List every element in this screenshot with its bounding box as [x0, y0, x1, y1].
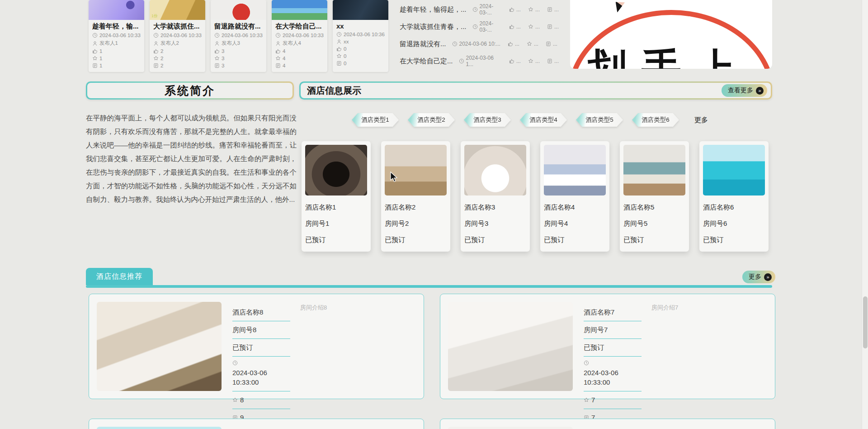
meta-row: 0 — [336, 53, 385, 59]
news-list-row[interactable]: 大学就该抓住青春，... 2024-03-... ... ... ... — [400, 18, 559, 35]
hotel-card[interactable]: 酒店名称5 房间号5 已预订 — [620, 141, 689, 252]
news-card[interactable]: 1份 大学就该抓住... 2024-03-06 10:33发布人2222 — [150, 0, 205, 72]
hotel-type-tab[interactable]: 酒店类型6 — [632, 113, 679, 127]
hotel-status: 已预订 — [232, 339, 290, 357]
document-icon — [547, 7, 552, 12]
hotel-date: 2024-03-06 10:33:00 — [584, 357, 642, 391]
hotel-name: 酒店名称8 — [232, 304, 290, 321]
scrollbar-thumb[interactable] — [863, 296, 868, 348]
recommend-card-grid: 酒店名称8 房间号8 已预订 2024-03-06 10:33:00 8 9 房… — [89, 294, 776, 429]
clock-icon — [459, 58, 464, 64]
hotel-room: 房间号3 — [464, 219, 526, 228]
hotel-status: 已预订 — [305, 236, 367, 244]
image-tag: 1份 — [151, 13, 158, 19]
hotel-card[interactable]: 酒店名称4 房间号4 已预订 — [540, 141, 609, 252]
document-icon — [214, 63, 220, 68]
banner-big-text: 划手上 — [587, 42, 750, 69]
news-list-row[interactable]: 趁着年轻，输得起，... 2024-03-... ... ... ... — [400, 1, 559, 18]
recommend-card[interactable]: 酒店名称8 房间号8 已预订 2024-03-06 10:33:00 8 9 房… — [89, 294, 424, 399]
recommend-more-button[interactable]: 更多 » — [742, 271, 775, 283]
hotel-name: 酒店名称2 — [385, 203, 447, 212]
meta-row: 4 — [275, 63, 324, 68]
star-icon — [336, 53, 342, 59]
meta-row: 1 — [92, 56, 141, 61]
meta-row: 0 — [336, 61, 385, 66]
page-scrollbar[interactable] — [862, 0, 868, 429]
room-intro-label: 房间介绍7 — [651, 304, 678, 391]
hotel-status: 已预订 — [385, 236, 447, 244]
view-more-button[interactable]: 查看更多 » — [722, 84, 767, 97]
recommend-card[interactable]: 酒店名称5 房间介绍5 — [440, 419, 775, 429]
user-icon — [275, 41, 281, 46]
news-card-image — [272, 0, 327, 20]
news-card[interactable]: 在大学给自己... 2024-03-06 10:33发布人4444 — [272, 0, 327, 72]
hotel-type-tab[interactable]: 酒店类型5 — [576, 113, 623, 127]
recommend-card[interactable]: 酒店名称6 房间介绍6 — [89, 419, 424, 429]
recommend-underline-bar — [86, 285, 772, 288]
clock-icon — [584, 360, 589, 366]
news-card-title[interactable]: 留退路就没有... — [214, 22, 263, 31]
news-list-row[interactable]: 留退路就没有... 2024-03-06 10:... ... ... ... — [400, 35, 559, 52]
thumbs-up-icon — [508, 41, 513, 47]
meta-row: 2024-03-06 10:33 — [214, 33, 263, 38]
star-icon — [528, 24, 533, 29]
document-icon — [336, 61, 342, 66]
meta-row: 2024-03-06 10:33 — [153, 33, 202, 38]
meta-row: 2 — [153, 56, 202, 61]
news-card[interactable]: 趁着年轻，输... 2024-03-06 10:33发布人1111 — [89, 0, 144, 72]
document-icon — [546, 41, 551, 47]
clock-icon — [452, 41, 458, 47]
thumbs-up-icon — [92, 48, 98, 54]
news-list-title[interactable]: 趁着年轻，输得起，... — [400, 5, 467, 14]
document-icon — [153, 63, 159, 68]
star-icon — [214, 56, 220, 61]
hotel-room: 房间号4 — [544, 219, 606, 228]
hotel-showcase-title: 酒店信息展示 — [307, 85, 361, 97]
news-card[interactable]: 留退路就没有... 2024-03-06 10:33发布人3333 — [211, 0, 266, 72]
hotel-type-tabs: 酒店类型1 酒店类型2 酒店类型3 酒店类型4 酒店类型5 酒店类型6更多 — [352, 113, 708, 127]
recommend-card-image — [97, 302, 222, 391]
tab-more[interactable]: 更多 — [694, 116, 708, 124]
thumbs-up-icon — [509, 58, 514, 64]
hotel-type-tab[interactable]: 酒店类型4 — [520, 113, 567, 127]
meta-row: 1 — [92, 63, 141, 68]
news-list-title[interactable]: 大学就该抓住青春，... — [400, 23, 467, 31]
recommend-section-tab[interactable]: 酒店信息推荐 — [86, 268, 153, 285]
news-card-title[interactable]: 趁着年轻，输... — [92, 22, 141, 31]
recommend-card-details: 酒店名称8 房间号8 已预订 2024-03-06 10:33:00 8 9 — [232, 304, 290, 391]
news-card-title[interactable]: xx — [336, 22, 385, 30]
room-intro-label: 房间介绍8 — [300, 304, 327, 391]
meta-row: 4 — [275, 56, 324, 61]
news-card-title[interactable]: 在大学给自己... — [275, 22, 324, 31]
news-card-title[interactable]: 大学就该抓住... — [153, 22, 202, 31]
hotel-card[interactable]: 酒店名称6 房间号6 已预订 — [699, 141, 769, 252]
promo-banner[interactable]: 划手上 — [570, 0, 772, 69]
hotel-type-tab[interactable]: 酒店类型1 — [352, 113, 399, 127]
star-icon — [92, 56, 98, 61]
meta-row: 2024-03-06 10:36 — [336, 32, 385, 37]
news-list-title[interactable]: 在大学给自己定... — [400, 57, 453, 66]
hotel-card[interactable]: 酒店名称2 房间号2 已预订 — [381, 141, 450, 252]
hotel-status: 已预订 — [623, 236, 685, 244]
meta-row: 2 — [153, 48, 202, 54]
news-card-image — [211, 0, 266, 20]
thumbs-up-icon — [336, 46, 342, 52]
star-icon — [527, 41, 532, 47]
clock-icon — [153, 33, 159, 38]
hotel-name: 酒店名称1 — [305, 203, 367, 212]
hotel-type-tab[interactable]: 酒店类型3 — [464, 113, 511, 127]
meta-row: 4 — [275, 48, 324, 54]
hotel-type-tab[interactable]: 酒店类型2 — [408, 113, 455, 127]
hotel-stars: 8 — [232, 391, 290, 409]
news-card-image — [333, 0, 388, 20]
clock-icon — [92, 33, 98, 38]
hotel-card[interactable]: 酒店名称3 房间号3 已预订 — [461, 141, 530, 252]
document-icon — [547, 24, 552, 29]
news-list-row[interactable]: 在大学给自己定... 2024-03-06 1... ... ... ... — [400, 52, 559, 70]
hotel-room: 房间号5 — [623, 219, 685, 228]
clock-icon — [336, 32, 342, 37]
news-card[interactable]: xx 2024-03-06 10:36xx000 — [333, 0, 388, 72]
news-list-title[interactable]: 留退路就没有... — [400, 40, 446, 48]
recommend-card[interactable]: 酒店名称7 房间号7 已预订 2024-03-06 10:33:00 7 7 房… — [440, 294, 775, 399]
hotel-card[interactable]: 酒店名称1 房间号1 已预订 — [302, 141, 371, 252]
